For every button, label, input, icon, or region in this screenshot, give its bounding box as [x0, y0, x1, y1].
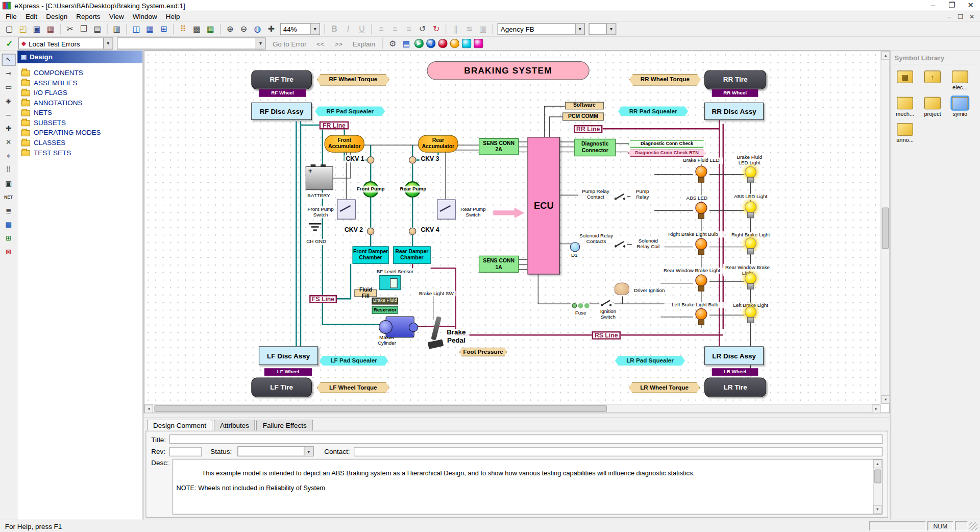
magenta-marker-icon[interactable] — [474, 39, 483, 48]
page-view-icon[interactable]: ◫ — [129, 23, 143, 35]
rear-window-brake-light-symbol[interactable] — [693, 274, 709, 293]
scroll-left-icon[interactable]: ◄ — [144, 404, 153, 413]
abs-led-symbol[interactable] — [693, 201, 709, 220]
minimize-button[interactable]: – — [924, 0, 943, 11]
desc-textarea[interactable]: This example model is intended to depict… — [173, 459, 883, 515]
library-folder-mech[interactable]: mech... — [894, 97, 916, 117]
node-front-damper-chamber[interactable]: Front Damper Chamber — [353, 246, 389, 263]
dropdown-arrow-icon[interactable]: ▼ — [256, 38, 265, 49]
node-pump-relay[interactable]: Pump Relay — [631, 188, 655, 201]
library-folder-elec[interactable]: elec... — [949, 70, 971, 90]
cyan-marker-icon[interactable] — [462, 39, 471, 48]
open-file-icon[interactable]: ◰ — [16, 23, 30, 35]
node-abs-led[interactable]: ABS LED — [683, 195, 710, 201]
scroll-down-icon[interactable]: ▼ — [873, 505, 882, 514]
menu-window[interactable]: Window — [128, 12, 161, 20]
desc-scrollbar[interactable]: ▲ ▼ — [873, 460, 882, 514]
save-icon[interactable]: ▣ — [30, 23, 44, 35]
node-brake-pedal[interactable]: Brake Pedal — [443, 329, 469, 344]
jump-test-blue-icon[interactable]: ∫ — [426, 39, 435, 48]
dropdown-arrow-icon[interactable]: ▼ — [304, 447, 313, 456]
new-file-icon[interactable]: ▢ — [3, 23, 16, 35]
error-filter-combo[interactable]: ◆ Local Test Errors ▼ — [18, 37, 113, 49]
scroll-up-icon[interactable]: ▲ — [881, 51, 890, 60]
bus-tool[interactable]: ≣ — [2, 205, 15, 217]
front-pump-switch-symbol[interactable] — [337, 200, 356, 220]
sidebar-item-subsets[interactable]: SUBSETS — [21, 117, 139, 128]
menu-edit[interactable]: Edit — [21, 12, 41, 20]
ckv3-valve[interactable] — [409, 156, 416, 164]
zoom-in-icon[interactable]: ⊕ — [223, 23, 237, 35]
sidebar-item-classes[interactable]: CLASSES — [21, 137, 139, 148]
scroll-right-icon[interactable]: ► — [872, 404, 880, 413]
node-lf-pad-squealer[interactable]: LF Pad Squealer — [320, 356, 388, 366]
node-front-accumulator[interactable]: Front Accumulator — [325, 135, 364, 152]
master-cylinder-symbol[interactable] — [386, 317, 414, 338]
ckv2-valve[interactable] — [367, 228, 375, 235]
node-rear-pump[interactable]: Rear Pump — [397, 186, 430, 192]
node-rr-wheel-torque[interactable]: RR Wheel Torque — [629, 74, 701, 85]
grid-tool[interactable]: ▦ — [2, 219, 15, 231]
brake-fluid-led-light-bulb[interactable] — [744, 166, 756, 184]
print-icon[interactable]: ▥ — [110, 23, 124, 35]
node-rf-pad-squealer[interactable]: RF Pad Squealer — [315, 106, 385, 116]
node-software[interactable]: Software — [565, 102, 604, 110]
zoom-combo[interactable]: 44%▼ — [280, 23, 320, 35]
node-lr-wheel[interactable]: LR Wheel — [712, 368, 758, 376]
next-error-button[interactable]: >> — [330, 38, 348, 49]
goto-error-button[interactable]: Go to Error — [267, 38, 311, 49]
align-left-icon[interactable]: ≡ — [374, 23, 388, 35]
stop-test-red-icon[interactable] — [438, 39, 448, 48]
node-rr-wheel[interactable]: RR Wheel — [712, 89, 758, 97]
ckv4-valve[interactable] — [409, 228, 416, 235]
sidebar-item-operating-modes[interactable]: OPERATING MODES — [21, 128, 139, 138]
diagram-title[interactable]: BRAKING SYSTEM — [427, 61, 589, 80]
right-brake-light-bulb[interactable] — [744, 237, 756, 255]
sidebar-item-assemblies[interactable]: ASSEMBLIES — [21, 78, 139, 88]
horizontal-scroll-thumb[interactable] — [154, 405, 607, 412]
rear-window-brake-light-bulb[interactable] — [744, 273, 756, 290]
node-foot-pressure[interactable]: Foot Pressure — [459, 348, 507, 356]
ignition-switch-symbol[interactable] — [599, 299, 614, 307]
node-sens-conn-1a[interactable]: SENS CONN 1A — [479, 256, 519, 273]
node-front-pump[interactable]: Front Pump — [353, 186, 388, 192]
node-lr-pad-squealer[interactable]: LR Pad Squealer — [615, 356, 685, 366]
node-diagnostic-conn-check[interactable]: Diagnostic Conn Check — [628, 140, 706, 148]
node-rr-line[interactable]: RR Line — [574, 125, 602, 133]
node-lf-tire[interactable]: LF Tire — [251, 378, 312, 397]
zoom-fit-icon[interactable]: ✚ — [264, 23, 278, 35]
panel-splitter[interactable] — [144, 413, 890, 418]
node-brake-fluid-led-light[interactable]: Brake Fluid LED Light — [729, 154, 769, 166]
node-rf-tire[interactable]: RF Tire — [251, 70, 312, 89]
node-brake-fluid[interactable]: Brake Fluid — [372, 298, 398, 304]
net-label-tool[interactable]: NET — [2, 191, 15, 203]
node-tool[interactable]: ◈ — [2, 95, 15, 107]
component-tool[interactable]: ▭ — [2, 81, 15, 93]
node-reservior[interactable]: Reservior — [372, 306, 398, 314]
tab-design-comment[interactable]: Design Comment — [147, 420, 213, 431]
node-ignition-switch[interactable]: Ignition Switch — [597, 309, 619, 320]
dropdown-arrow-icon[interactable]: ▼ — [310, 24, 319, 35]
probe-tool[interactable]: ⌖ — [2, 150, 15, 162]
bf-level-sensor-symbol[interactable] — [379, 275, 401, 290]
desc-scroll-thumb[interactable] — [874, 470, 881, 483]
node-sens-conn-2a[interactable]: SENS CONN 2A — [479, 138, 519, 155]
check-errors-icon[interactable]: ✓ — [3, 37, 16, 50]
d1-diode-symbol[interactable] — [570, 242, 580, 252]
rotate-right-icon[interactable]: ↻ — [429, 23, 443, 35]
node-rear-window-brake-light[interactable]: Rear Window Brake Light — [658, 268, 725, 274]
node-right-brake-light-bulb[interactable]: Right Brake Light Bulb — [662, 231, 724, 237]
battery-symbol[interactable] — [306, 166, 333, 190]
tab-attributes[interactable]: Attributes — [214, 420, 255, 431]
bold-icon[interactable]: B — [328, 23, 341, 35]
child-close-button[interactable]: ✕ — [966, 13, 977, 19]
ckv1-valve[interactable] — [367, 156, 375, 164]
node-bf-level-sensor[interactable]: BF Level Sensor — [373, 269, 417, 275]
underline-icon[interactable]: U — [355, 23, 369, 35]
font-combo[interactable]: Agency FB▼ — [498, 23, 585, 35]
run-test-green-icon[interactable]: ▶ — [414, 39, 424, 48]
cut-block-tool[interactable]: ⊠ — [2, 246, 15, 258]
prev-error-button[interactable]: << — [311, 38, 329, 49]
select-tool[interactable]: ↖ — [2, 54, 15, 65]
node-pcm-comm[interactable]: PCM COMM — [562, 112, 604, 120]
